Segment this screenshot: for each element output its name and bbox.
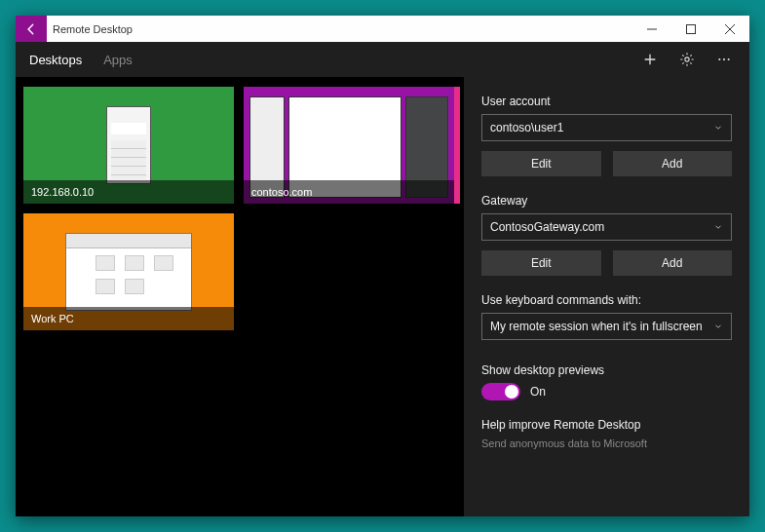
tabbar: Desktops Apps <box>16 42 749 77</box>
minimize-icon <box>647 24 657 34</box>
previews-toggle[interactable] <box>481 383 520 400</box>
svg-point-2 <box>718 58 720 60</box>
gateway-select[interactable]: ContosoGateway.com <box>481 213 732 241</box>
previews-label: Show desktop previews <box>481 363 732 377</box>
keyboard-select[interactable]: My remote session when it's in fullscree… <box>481 313 732 340</box>
gateway-add-button[interactable]: Add <box>613 250 733 276</box>
previews-group: Show desktop previews On <box>481 363 732 400</box>
help-group: Help improve Remote Desktop Send anonymo… <box>481 418 732 449</box>
desktop-tile[interactable]: contoso.com <box>244 87 454 204</box>
keyboard-group: Use keyboard commands with: My remote se… <box>481 293 732 340</box>
maximize-icon <box>686 24 696 34</box>
desktop-tile[interactable]: Work PC <box>23 213 234 330</box>
titlebar: Remote Desktop <box>16 16 749 42</box>
thumbnail-window <box>65 233 192 311</box>
thumbnail-window <box>106 106 151 184</box>
minimize-button[interactable] <box>632 16 671 42</box>
user-account-label: User account <box>481 95 732 108</box>
close-icon <box>725 24 735 34</box>
gear-icon <box>679 51 695 68</box>
arrow-left-icon <box>24 22 38 36</box>
content: 192.168.0.10 contoso.com <box>16 77 749 516</box>
ellipsis-icon <box>716 51 732 68</box>
tab-apps[interactable]: Apps <box>103 53 133 67</box>
user-account-value: contoso\user1 <box>490 121 563 134</box>
previews-state: On <box>530 385 546 399</box>
help-title: Help improve Remote Desktop <box>481 418 732 432</box>
user-account-select[interactable]: contoso\user1 <box>481 114 732 141</box>
close-button[interactable] <box>710 16 749 42</box>
desktop-tile[interactable]: 192.168.0.10 <box>23 87 234 204</box>
chevron-down-icon <box>713 123 723 133</box>
plus-icon <box>642 51 658 68</box>
svg-point-1 <box>685 57 689 61</box>
maximize-button[interactable] <box>671 16 710 42</box>
window-title: Remote Desktop <box>47 16 632 42</box>
gateway-label: Gateway <box>481 194 732 208</box>
toggle-knob <box>505 385 518 399</box>
settings-button[interactable] <box>679 52 695 67</box>
help-subtitle: Send anonymous data to Microsoft <box>481 437 732 449</box>
settings-panel: User account contoso\user1 Edit Add Gate… <box>464 77 749 516</box>
add-button[interactable] <box>642 52 658 67</box>
gateway-group: Gateway ContosoGateway.com Edit Add <box>481 194 732 276</box>
desktops-grid: 192.168.0.10 contoso.com <box>16 77 464 516</box>
keyboard-value: My remote session when it's in fullscree… <box>490 320 703 333</box>
gateway-edit-button[interactable]: Edit <box>481 250 601 276</box>
tile-label: contoso.com <box>244 180 454 204</box>
user-account-group: User account contoso\user1 Edit Add <box>481 95 732 176</box>
back-button[interactable] <box>16 16 47 42</box>
svg-point-4 <box>728 58 730 60</box>
tile-accent-strip <box>454 87 460 204</box>
user-edit-button[interactable]: Edit <box>481 151 601 176</box>
user-add-button[interactable]: Add <box>613 151 733 176</box>
keyboard-label: Use keyboard commands with: <box>481 293 732 307</box>
app-window: Remote Desktop Desktops Apps <box>16 16 749 516</box>
svg-point-3 <box>723 58 725 60</box>
tile-label: 192.168.0.10 <box>23 180 234 204</box>
gateway-value: ContosoGateway.com <box>490 220 604 234</box>
svg-rect-0 <box>687 24 696 33</box>
tab-desktops[interactable]: Desktops <box>29 53 82 67</box>
chevron-down-icon <box>713 322 723 331</box>
tile-label: Work PC <box>23 307 234 330</box>
chevron-down-icon <box>713 222 723 232</box>
more-button[interactable] <box>716 52 732 67</box>
